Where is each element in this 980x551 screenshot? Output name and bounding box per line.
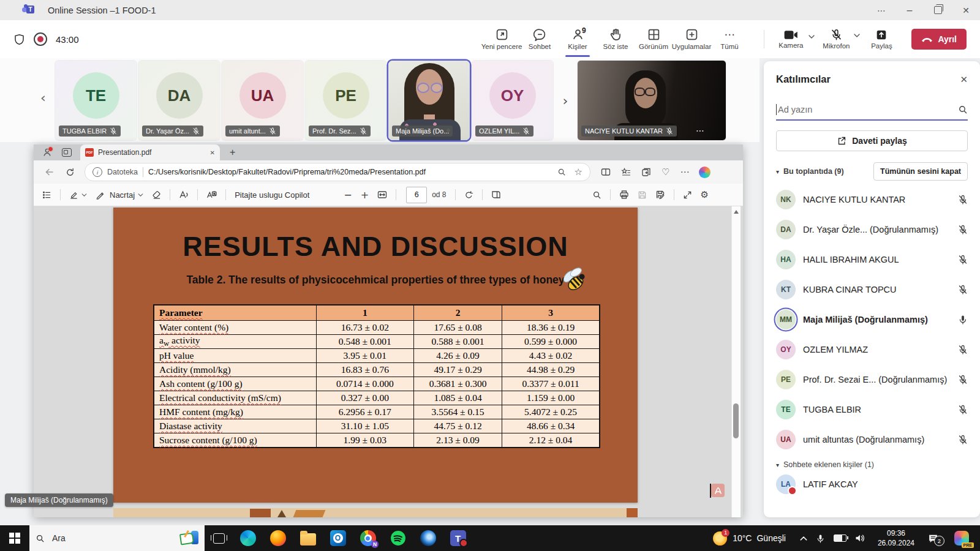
section-added-to-chat[interactable]: ▾ Sohbete eklenen kişiler (1): [776, 460, 874, 469]
participant-search-input[interactable]: [777, 105, 958, 114]
collections-icon[interactable]: [641, 167, 651, 177]
toolbar-view[interactable]: Görünüm: [635, 20, 673, 58]
restore-button[interactable]: [924, 0, 952, 20]
participant-row[interactable]: KT KUBRA CINAR TOPCU: [764, 274, 980, 304]
toolbar-chat[interactable]: Sohbet: [521, 20, 559, 58]
save-as-icon[interactable]: [655, 190, 665, 200]
fullscreen-icon[interactable]: [683, 190, 692, 200]
toc-icon[interactable]: [42, 190, 51, 200]
taskbar-chrome[interactable]: N: [353, 525, 383, 551]
participant-row[interactable]: DA Dr. Yaşar Özle...(Doğrulanmamış): [764, 214, 980, 244]
draw-label[interactable]: Nacrtaj: [110, 190, 135, 200]
participant-row[interactable]: TE TUGBA ELBIR: [764, 394, 980, 424]
translate-icon[interactable]: [206, 190, 217, 200]
start-button[interactable]: [0, 525, 29, 551]
back-button[interactable]: [45, 167, 55, 177]
camera-dropdown-chevron[interactable]: [809, 35, 815, 39]
video-tile[interactable]: PE Prof. Dr. Sez...: [305, 61, 386, 140]
video-tile[interactable]: TE TUGBA ELBIR: [55, 61, 137, 140]
titlebar-more-button[interactable]: ⋯: [867, 0, 895, 20]
video-tile[interactable]: OY OZLEM YIL...: [472, 61, 553, 140]
taskbar-edge[interactable]: [233, 525, 263, 551]
tab-switcher-icon[interactable]: [62, 148, 72, 157]
acrobat-floating-button[interactable]: [711, 484, 725, 497]
participant-row[interactable]: HA HALIL IBRAHIM AKGUL: [764, 244, 980, 274]
browser-tab[interactable]: PDF Presentation.pdf ✕: [80, 144, 220, 160]
participant-search[interactable]: [776, 100, 968, 121]
minimize-button[interactable]: −: [895, 0, 924, 20]
mic-muted-icon[interactable]: [958, 345, 968, 354]
share-invite-button[interactable]: Daveti paylaş: [776, 130, 968, 151]
pdf-scrollbar[interactable]: [731, 206, 741, 517]
video-tile-speaking[interactable]: Maja Milijaš (Do...: [388, 61, 470, 140]
video-tile[interactable]: DA Dr. Yaşar Öz...: [138, 61, 220, 140]
weather-widget[interactable]: 1 10°CGüneşli: [713, 531, 786, 545]
panel-close-button[interactable]: ✕: [960, 74, 968, 85]
find-on-page-icon[interactable]: [557, 168, 566, 176]
share-button[interactable]: Paylaş: [864, 29, 899, 50]
taskbar-firefox[interactable]: [263, 525, 293, 551]
carousel-right-chevron[interactable]: ›: [555, 61, 576, 140]
volume-icon[interactable]: [855, 534, 866, 542]
copilot-ask-button[interactable]: Pitajte uslugu Copilot: [235, 190, 309, 200]
print-icon[interactable]: [619, 190, 629, 200]
copilot-icon[interactable]: [699, 167, 710, 178]
toolbar-people[interactable]: 9 Kişiler: [559, 20, 597, 58]
new-tab-button[interactable]: +: [230, 147, 235, 158]
split-screen-icon[interactable]: [601, 167, 611, 177]
video-tile[interactable]: NACIYE KUTLU KANTAR ⋯: [578, 61, 726, 140]
page-info-icon[interactable]: i: [92, 167, 102, 177]
mic-muted-icon[interactable]: [958, 195, 968, 204]
section-in-meeting[interactable]: ▾ Bu toplantıda (9): [776, 167, 844, 176]
taskbar-teams[interactable]: T: [443, 525, 473, 551]
scroll-up-arrow[interactable]: [734, 210, 739, 214]
taskbar-search-input[interactable]: [51, 533, 157, 544]
pdf-settings-gear-icon[interactable]: ⚙: [701, 189, 709, 200]
zoom-in-button[interactable]: +: [361, 189, 369, 201]
pdf-search-icon[interactable]: [592, 190, 601, 200]
participant-row[interactable]: OY OZLEM YILMAZ: [764, 334, 980, 364]
microphone-button[interactable]: Mikrofon: [818, 29, 854, 50]
scrollbar-thumb[interactable]: [733, 403, 739, 438]
notification-center-button[interactable]: 2: [928, 533, 938, 544]
page-view-icon[interactable]: [491, 190, 501, 200]
mic-muted-icon[interactable]: [958, 225, 968, 234]
eraser-icon[interactable]: [152, 190, 161, 200]
participant-row[interactable]: UA umit altuntas(Doğrulanmamış): [764, 424, 980, 454]
mic-muted-icon[interactable]: [958, 435, 968, 444]
favorite-star-icon[interactable]: ☆: [575, 167, 582, 178]
mic-dropdown-chevron[interactable]: [854, 34, 860, 37]
highlighter-chevron[interactable]: [81, 193, 87, 197]
reload-button[interactable]: [66, 168, 75, 177]
browser-menu-icon[interactable]: ⋯: [680, 167, 689, 178]
taskbar-outlook[interactable]: O: [323, 525, 353, 551]
mic-on-icon[interactable]: [958, 315, 968, 324]
tile-menu-button[interactable]: ⋯: [696, 126, 705, 135]
mic-muted-icon[interactable]: [958, 285, 968, 294]
browser-profile-button[interactable]: [42, 148, 52, 157]
toolbar-more[interactable]: ⋯ Tümü: [710, 20, 748, 58]
taskbar-explorer[interactable]: [293, 525, 323, 551]
battery-icon[interactable]: [834, 534, 846, 542]
copilot-taskbar-icon[interactable]: PRE: [954, 531, 969, 545]
toolbar-apps[interactable]: Uygulamalar: [673, 20, 710, 58]
mic-muted-icon[interactable]: [958, 255, 968, 264]
draw-pen-icon[interactable]: [96, 190, 105, 200]
taskbar-clock[interactable]: 09:36 26.09.2024: [878, 528, 914, 548]
browser-essentials-icon[interactable]: ♡: [662, 167, 669, 178]
tray-mic-icon[interactable]: [816, 534, 825, 543]
tab-close-button[interactable]: ✕: [210, 149, 215, 156]
leave-button[interactable]: Ayrıl: [911, 29, 967, 50]
fit-width-icon[interactable]: [377, 190, 387, 200]
taskbar-spotify[interactable]: [383, 525, 413, 551]
camera-button[interactable]: Kamera: [773, 30, 809, 49]
participant-row-active-speaker[interactable]: MM Maja Milijaš(Doğrulanmamış): [764, 304, 980, 334]
draw-chevron[interactable]: [138, 193, 143, 197]
participant-row[interactable]: PE Prof. Dr. Sezai E...(Doğrulanmamış): [764, 364, 980, 394]
favorites-bar-icon[interactable]: [621, 167, 631, 177]
zoom-out-button[interactable]: −: [344, 189, 352, 201]
tray-expand-chevron[interactable]: [800, 536, 807, 541]
taskbar-search[interactable]: [29, 525, 205, 551]
video-tile[interactable]: UA umit altunt...: [222, 61, 303, 140]
toolbar-raise-hand[interactable]: Söz iste: [597, 20, 635, 58]
